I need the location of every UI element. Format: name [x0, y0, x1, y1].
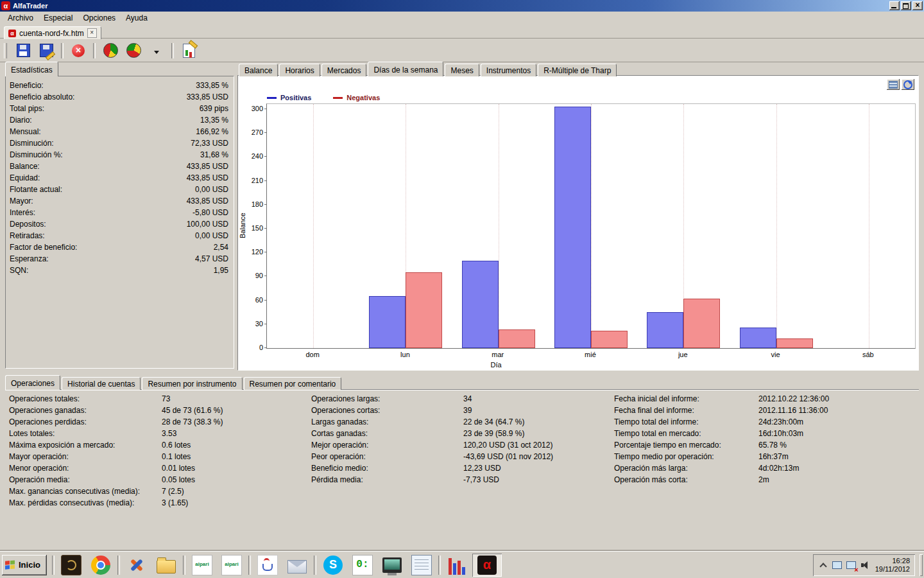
- op-row: Max. ganancias consecutivas (media):7 (2…: [9, 486, 266, 497]
- x-tick-label: lun: [359, 351, 451, 358]
- op-row: Operaciones largas:34: [311, 393, 581, 405]
- chart-tab-2[interactable]: Mercados: [321, 64, 367, 76]
- tray-display-icon[interactable]: [832, 560, 843, 570]
- bar-positivas-mar: [462, 261, 499, 348]
- document-tab-close-icon[interactable]: [87, 28, 97, 38]
- y-tick-label: 120: [252, 247, 263, 256]
- taskbar-app-chrome[interactable]: [86, 554, 116, 577]
- op-value: 0.6 lotes: [162, 440, 191, 450]
- pie-chart-alt-button[interactable]: [123, 41, 144, 60]
- op-row: Mayor operación:0.1 lotes: [9, 451, 266, 462]
- y-tick-label: 60: [255, 295, 263, 304]
- menu-item-especial[interactable]: Especial: [38, 12, 78, 24]
- op-row: Fecha final del informe:2012.11.16 11:36…: [614, 405, 884, 416]
- taskbar-edge-grip[interactable]: [920, 554, 923, 576]
- op-row: Operaciones ganadas:45 de 73 (61.6 %): [9, 405, 266, 416]
- minimize-button[interactable]: [889, 1, 900, 10]
- taskbar-app-skype[interactable]: [318, 554, 348, 577]
- bottom-tab-2[interactable]: Resumen por instrumento: [142, 377, 242, 390]
- windows-logo-icon: [5, 560, 15, 570]
- taskbar-app-alpari[interactable]: [217, 554, 246, 577]
- chart-tab-4[interactable]: Meses: [445, 64, 479, 76]
- op-label: Operaciones totales:: [9, 394, 162, 404]
- document-tab[interactable]: cuenta-nord-fx.htm: [4, 26, 101, 39]
- save-as-button[interactable]: [36, 41, 56, 60]
- chrome-icon: [91, 556, 110, 575]
- tray-volume-icon[interactable]: [860, 560, 871, 570]
- stat-row: Disminución:72,33 USD: [6, 137, 234, 149]
- menu-item-ayuda[interactable]: Ayuda: [121, 12, 153, 24]
- chart-tab-0[interactable]: Balance: [239, 64, 278, 76]
- op-label: Peor operación:: [311, 451, 463, 462]
- taskbar-divider: [183, 556, 185, 575]
- menu-item-archivo[interactable]: Archivo: [3, 12, 38, 24]
- toolbar-grip[interactable]: [4, 43, 7, 58]
- op-value: 65.78 %: [758, 440, 787, 450]
- taskbar-app-paint-tool[interactable]: [122, 554, 151, 577]
- bar-positivas-lun: [369, 296, 406, 348]
- y-tick-label: 90: [255, 271, 263, 280]
- bottom-tabs: OperacionesHistorial de cuentasResumen p…: [5, 378, 343, 390]
- gridline: [499, 104, 499, 348]
- op-row: Tiempo total en mercado:16d:10h:03m: [614, 428, 884, 439]
- stat-value: 2,54: [214, 242, 228, 252]
- op-label: Operaciones perdidas:: [9, 417, 162, 427]
- skype-icon: [323, 556, 343, 575]
- taskbar-app-ozeki[interactable]: [348, 554, 377, 577]
- taskbar-app-notes[interactable]: [407, 554, 436, 577]
- positivas-swatch-icon: [267, 97, 277, 99]
- op-value: 39: [463, 405, 472, 416]
- taskbar: Inicio 16:28 19/11/2012: [0, 551, 924, 578]
- category-group-sáb: [823, 104, 915, 348]
- stat-value: 1,95: [214, 265, 228, 276]
- stat-value: 433,85 USD: [187, 161, 228, 171]
- chart-tab-3[interactable]: Días de la semana: [368, 62, 443, 76]
- op-row: Operaciones perdidas:28 de 73 (38.3 %): [9, 416, 266, 428]
- stat-row: Beneficio absoluto:333,85 USD: [6, 91, 234, 103]
- bottom-tab-0[interactable]: Operaciones: [5, 375, 60, 390]
- op-row: Porcentaje tiempo en mercado:65.78 %: [614, 439, 884, 451]
- stat-value: 0,00 USD: [195, 231, 228, 241]
- taskbar-app-mail[interactable]: [282, 554, 312, 577]
- tray-network-error-icon[interactable]: [846, 560, 857, 570]
- chart-collapse-button[interactable]: [887, 79, 900, 90]
- close-report-icon: [72, 44, 85, 57]
- pie-chart-button[interactable]: [100, 41, 121, 60]
- save-button[interactable]: [13, 41, 33, 60]
- taskbar-app-monitor[interactable]: [377, 554, 407, 577]
- op-row: Max. pérdidas consecutivas (media):3 (1.…: [9, 497, 266, 509]
- tray-expand-tray-icon[interactable]: [818, 560, 828, 570]
- chart-tab-6[interactable]: R-Múltiple de Tharp: [538, 64, 617, 76]
- tray-clock[interactable]: 16:28 19/11/2012: [875, 557, 910, 574]
- chart-tab-5[interactable]: Instrumentos: [481, 64, 536, 76]
- op-label: Mayor operación:: [9, 451, 162, 462]
- menu-item-opciones[interactable]: Opciones: [78, 12, 121, 24]
- maximize-button[interactable]: [901, 1, 911, 10]
- tab-estadisticas[interactable]: Estadísticas: [5, 62, 58, 76]
- close-button[interactable]: [912, 1, 923, 10]
- chart-tab-1[interactable]: Horarios: [279, 64, 320, 76]
- taskbar-app-java[interactable]: [253, 554, 282, 577]
- ops-column-3: Fecha inicial del informe:2012.10.22 12:…: [614, 393, 884, 486]
- chart-refresh-button[interactable]: [902, 79, 914, 90]
- op-label: Beneficio medio:: [311, 463, 463, 473]
- dark-app-icon: [61, 555, 81, 575]
- op-value: 0.01 lotes: [162, 463, 195, 473]
- bottom-tab-1[interactable]: Historial de cuentas: [62, 377, 141, 390]
- pie-chart-dropdown-button[interactable]: [146, 41, 167, 60]
- stat-value: 0,00 USD: [195, 184, 228, 195]
- taskbar-app-alpari[interactable]: [187, 554, 217, 577]
- op-label: Fecha final del informe:: [614, 405, 758, 416]
- bar-positivas-vie: [740, 328, 776, 348]
- close-report-button[interactable]: [68, 41, 89, 60]
- taskbar-divider: [117, 556, 120, 575]
- bottom-tab-3[interactable]: Resumen por comentario: [244, 377, 342, 390]
- report-wizard-button[interactable]: [178, 41, 199, 60]
- taskbar-app-dark-app[interactable]: [56, 554, 86, 577]
- taskbar-app-equalizer[interactable]: [443, 554, 472, 577]
- start-button[interactable]: Inicio: [2, 555, 47, 575]
- op-value: 2m: [758, 475, 769, 485]
- taskbar-app-folder[interactable]: [151, 554, 181, 577]
- taskbar-app-alfatrader[interactable]: [472, 554, 502, 577]
- stat-label: Depositos:: [10, 219, 46, 229]
